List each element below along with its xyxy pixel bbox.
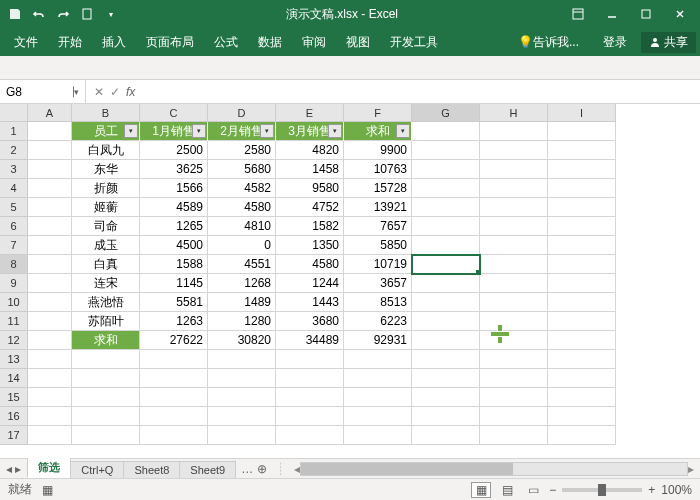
cell[interactable]	[548, 350, 616, 369]
cell[interactable]	[412, 350, 480, 369]
cell[interactable]	[480, 407, 548, 426]
column-header[interactable]: E	[276, 104, 344, 122]
cell[interactable]	[412, 122, 480, 141]
cell[interactable]	[480, 122, 548, 141]
filter-dropdown-icon[interactable]: ▾	[328, 124, 342, 138]
column-header[interactable]: C	[140, 104, 208, 122]
cell[interactable]: 6223	[344, 312, 412, 331]
cell[interactable]	[548, 274, 616, 293]
horizontal-scrollbar[interactable]: ◂▸	[294, 462, 694, 476]
tab-review[interactable]: 审阅	[292, 28, 336, 56]
cell[interactable]: 4580	[208, 198, 276, 217]
cell[interactable]	[480, 141, 548, 160]
cell[interactable]	[72, 407, 140, 426]
cell[interactable]: 30820	[208, 331, 276, 350]
filter-dropdown-icon[interactable]: ▾	[124, 124, 138, 138]
zoom-out-icon[interactable]: −	[549, 483, 556, 497]
cell[interactable]	[548, 388, 616, 407]
row-header[interactable]: 16	[0, 407, 28, 426]
cell[interactable]: 1458	[276, 160, 344, 179]
cell[interactable]: 15728	[344, 179, 412, 198]
cell[interactable]	[28, 179, 72, 198]
cell[interactable]	[412, 217, 480, 236]
cell[interactable]: 连宋	[72, 274, 140, 293]
cell[interactable]	[208, 407, 276, 426]
cell[interactable]: 3月销售▾	[276, 122, 344, 141]
cell[interactable]	[140, 407, 208, 426]
tab-home[interactable]: 开始	[48, 28, 92, 56]
cell[interactable]: 折颜	[72, 179, 140, 198]
cell[interactable]: 4810	[208, 217, 276, 236]
row-header[interactable]: 14	[0, 369, 28, 388]
cell[interactable]	[480, 331, 548, 350]
cell[interactable]	[548, 255, 616, 274]
cell[interactable]	[28, 350, 72, 369]
cell[interactable]	[276, 407, 344, 426]
cell[interactable]	[28, 312, 72, 331]
cell[interactable]	[28, 198, 72, 217]
cell[interactable]	[28, 255, 72, 274]
cell[interactable]	[140, 350, 208, 369]
cell[interactable]: 白真	[72, 255, 140, 274]
cell[interactable]	[480, 293, 548, 312]
cell[interactable]: 1月销售▾	[140, 122, 208, 141]
tab-layout[interactable]: 页面布局	[136, 28, 204, 56]
cell[interactable]	[412, 426, 480, 445]
cell[interactable]	[28, 407, 72, 426]
cell[interactable]: 3625	[140, 160, 208, 179]
cell[interactable]: 1280	[208, 312, 276, 331]
select-all-corner[interactable]	[0, 104, 28, 122]
cell[interactable]	[208, 350, 276, 369]
sheet-tab[interactable]: Sheet8	[123, 461, 180, 478]
cell[interactable]	[344, 426, 412, 445]
cell[interactable]	[72, 388, 140, 407]
cell[interactable]: 1244	[276, 274, 344, 293]
cell[interactable]	[548, 160, 616, 179]
cell[interactable]: 4752	[276, 198, 344, 217]
cell[interactable]: 9580	[276, 179, 344, 198]
cell[interactable]	[412, 198, 480, 217]
cell[interactable]: 白凤九	[72, 141, 140, 160]
view-pagebreak-icon[interactable]: ▭	[523, 482, 543, 498]
sheet-tab[interactable]: Sheet9	[179, 461, 236, 478]
login-button[interactable]: 登录	[593, 28, 637, 56]
view-layout-icon[interactable]: ▤	[497, 482, 517, 498]
column-header[interactable]: D	[208, 104, 276, 122]
cell[interactable]	[548, 331, 616, 350]
cell[interactable]	[28, 293, 72, 312]
cell[interactable]: 2580	[208, 141, 276, 160]
tab-view[interactable]: 视图	[336, 28, 380, 56]
cell[interactable]	[480, 369, 548, 388]
cell[interactable]: 4551	[208, 255, 276, 274]
cell[interactable]: 4582	[208, 179, 276, 198]
cell[interactable]	[548, 369, 616, 388]
cell[interactable]	[412, 274, 480, 293]
cell[interactable]: 燕池悟	[72, 293, 140, 312]
filter-dropdown-icon[interactable]: ▾	[396, 124, 410, 138]
cell[interactable]	[412, 369, 480, 388]
cell[interactable]	[344, 407, 412, 426]
save-icon[interactable]	[4, 3, 26, 25]
tab-file[interactable]: 文件	[4, 28, 48, 56]
row-header[interactable]: 5	[0, 198, 28, 217]
zoom-slider[interactable]	[562, 488, 642, 492]
cell[interactable]	[28, 274, 72, 293]
tab-dev[interactable]: 开发工具	[380, 28, 448, 56]
share-button[interactable]: 共享	[641, 32, 696, 53]
cell[interactable]	[276, 350, 344, 369]
cell[interactable]: 10719	[344, 255, 412, 274]
cell[interactable]: 5680	[208, 160, 276, 179]
cell[interactable]: 4589	[140, 198, 208, 217]
zoom-in-icon[interactable]: +	[648, 483, 655, 497]
cell[interactable]: 27622	[140, 331, 208, 350]
cell[interactable]	[412, 293, 480, 312]
minimize-icon[interactable]	[596, 2, 628, 26]
tab-nav[interactable]: ◂ ▸	[0, 462, 27, 476]
filter-dropdown-icon[interactable]: ▾	[260, 124, 274, 138]
cell[interactable]: 1582	[276, 217, 344, 236]
cell[interactable]	[480, 388, 548, 407]
cell[interactable]	[276, 388, 344, 407]
cell[interactable]	[412, 179, 480, 198]
cell[interactable]: 1350	[276, 236, 344, 255]
cell[interactable]	[276, 369, 344, 388]
